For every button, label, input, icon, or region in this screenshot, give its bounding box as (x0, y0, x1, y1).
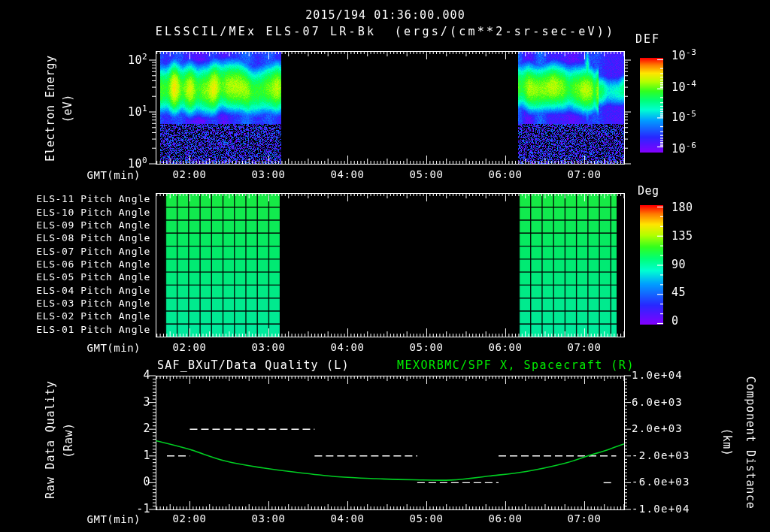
def-tick-label: 10-6 (671, 141, 717, 156)
pitch-row-label: ELS-10 Pitch Angle (30, 207, 150, 218)
time-tick-label: 07:00 (562, 342, 607, 353)
distance-tick-label: -2.0e+03 (632, 450, 714, 461)
page-subtitle: ELSSCIL/MEx ELS-07 LR-Bk (ergs/(cm**2-sr… (113, 26, 658, 38)
energy-tick-label: 101 (113, 104, 147, 119)
time-tick-label: 02:00 (167, 342, 212, 353)
quality-tick-label: 2 (120, 422, 150, 435)
energy-tick-label: 100 (113, 156, 147, 171)
quality-y-axis-unit: (Raw) (62, 418, 75, 463)
distance-y-axis-label: Component Distance (744, 376, 756, 508)
def-tick-label: 10-3 (671, 48, 717, 62)
deg-tick-label: 45 (671, 286, 709, 299)
time-tick-label: 03:00 (246, 513, 291, 524)
time-tick-label: 04:00 (325, 169, 370, 180)
deg-tick-label: 135 (671, 230, 709, 243)
pitch-row-label: ELS-09 Pitch Angle (30, 220, 150, 231)
deg-tick-label: 90 (671, 258, 709, 271)
quality-tick-label: 3 (120, 396, 150, 409)
distance-tick-label: 6.0e+03 (632, 397, 714, 408)
quality-title-right: MEXORBMC/SPF X, Spacecraft (R) (397, 359, 635, 372)
time-tick-label: 05:00 (404, 342, 449, 353)
time-tick-label: 03:00 (246, 342, 291, 353)
time-tick-label: 02:00 (167, 513, 212, 524)
spectrogram-y-axis-label: Electron Energy (44, 43, 57, 174)
time-tick-label: 05:00 (404, 513, 449, 524)
time-tick-label: 06:00 (483, 342, 528, 353)
time-tick-label: 05:00 (404, 169, 449, 180)
spectrogram-frame (156, 52, 625, 165)
pitch-row-label: ELS-03 Pitch Angle (30, 298, 150, 309)
time-tick-label: 02:00 (167, 169, 212, 180)
energy-axis-ticks (149, 60, 631, 164)
pitch-frame (156, 194, 625, 337)
quality-tick-label: 1 (120, 449, 150, 462)
quality-y-axis-label: Raw Data Quality (44, 382, 57, 499)
deg-tick-label: 0 (671, 315, 709, 328)
time-tick-label: 07:00 (562, 513, 607, 524)
quality-title-left: SAF_BXuT/Data Quality (L) (157, 359, 350, 372)
deg-colorbar-title: Deg (638, 185, 659, 198)
quality-frame (156, 376, 625, 510)
page-title: 2015/194 01:36:00.000 (143, 9, 628, 22)
distance-y-axis-unit: (km) (721, 419, 734, 464)
distance-tick-label: -1.0e+04 (632, 503, 714, 515)
pitch-row-label: ELS-01 Pitch Angle (30, 325, 150, 335)
quality-axis-ticks (149, 376, 631, 509)
pitch-row-label: ELS-06 Pitch Angle (30, 259, 150, 270)
pitch-row-label: ELS-08 Pitch Angle (30, 233, 150, 243)
def-colorbar-title: DEF (635, 33, 660, 46)
def-tick-label: 10-4 (671, 80, 717, 94)
quality-tick-label: 0 (120, 476, 150, 488)
x-axis-ticks (157, 193, 624, 337)
pitch-row-label: ELS-02 Pitch Angle (30, 311, 150, 322)
time-tick-label: 03:00 (246, 169, 291, 180)
pitch-row-label: ELS-07 Pitch Angle (30, 246, 150, 257)
time-tick-label: 07:00 (562, 169, 607, 180)
x-axis-ticks (157, 51, 624, 164)
def-tick-label: 10-5 (671, 110, 717, 124)
deg-tick-label: 180 (671, 201, 709, 214)
x-axis-ticks (157, 376, 624, 509)
distance-tick-label: -6.0e+03 (632, 476, 714, 488)
quality-tick-label: -1 (120, 503, 150, 515)
distance-tick-label: 2.0e+03 (632, 423, 714, 434)
energy-tick-label: 102 (113, 53, 147, 67)
pitch-row-label: ELS-11 Pitch Angle (30, 194, 150, 204)
quality-tick-label: 4 (120, 369, 150, 382)
time-tick-label: 04:00 (325, 513, 370, 524)
time-tick-label: 04:00 (325, 342, 370, 353)
plot-page: 2015/194 01:36:00.000 ELSSCIL/MEx ELS-07… (0, 0, 770, 532)
gmt-label-middle: GMT(min) (79, 343, 141, 354)
distance-tick-label: 1.0e+04 (632, 370, 714, 381)
time-tick-label: 06:00 (483, 513, 528, 524)
gmt-label-top: GMT(min) (79, 170, 141, 181)
time-tick-label: 06:00 (483, 169, 528, 180)
spacecraft-distance-curve (156, 441, 624, 481)
gmt-label-bottom: GMT(min) (79, 514, 141, 525)
pitch-row-label: ELS-05 Pitch Angle (30, 272, 150, 283)
spectrogram-y-axis-unit: (eV) (62, 86, 74, 131)
pitch-row-label: ELS-04 Pitch Angle (30, 286, 150, 296)
